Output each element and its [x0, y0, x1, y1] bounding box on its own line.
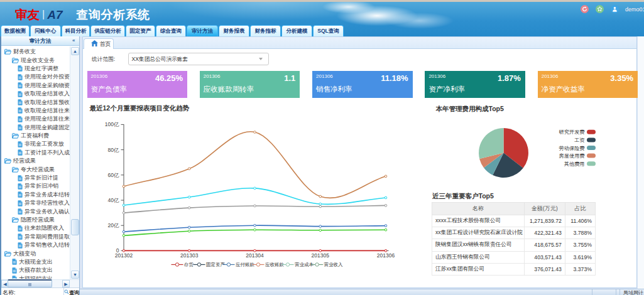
svg-text:201304: 201304 [246, 252, 264, 259]
svg-text:80亿: 80亿 [107, 147, 119, 153]
svg-text:房屋使用费: 房屋使用费 [559, 153, 585, 159]
svg-text:劳动保险费: 劳动保险费 [559, 146, 585, 151]
svg-text:营业成本: 营业成本 [295, 262, 314, 267]
svg-text:201305: 201305 [311, 252, 329, 259]
svg-text:固定资产: 固定资产 [206, 262, 226, 267]
svg-text:工资: 工资 [574, 137, 585, 143]
svg-text:应收账款: 应收账款 [265, 262, 285, 267]
svg-text:40亿: 40亿 [107, 197, 119, 203]
svg-text:100亿: 100亿 [104, 121, 119, 127]
svg-text:应付账款: 应付账款 [236, 262, 255, 267]
svg-text:研究开发费: 研究开发费 [559, 129, 585, 135]
svg-text:201303: 201303 [180, 252, 199, 259]
svg-text:营业收入: 营业收入 [324, 262, 343, 267]
svg-text:存货: 存货 [183, 262, 194, 267]
svg-text:201302: 201302 [114, 252, 133, 259]
svg-text:20亿: 20亿 [107, 222, 119, 228]
svg-text:201306: 201306 [376, 252, 395, 259]
svg-text:其他费用: 其他费用 [564, 161, 584, 167]
svg-text:60亿: 60亿 [107, 172, 119, 178]
